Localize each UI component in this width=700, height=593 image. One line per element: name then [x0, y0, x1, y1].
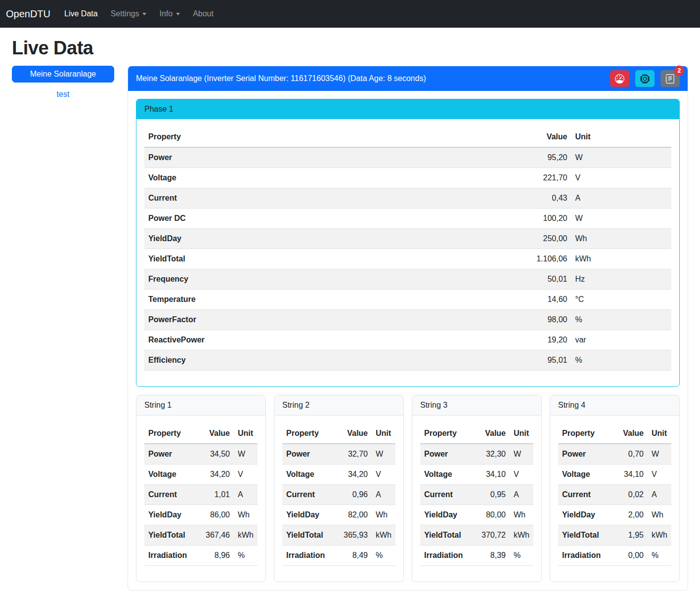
nav-live-data[interactable]: Live Data: [60, 5, 102, 22]
value-cell: 50,01: [492, 269, 571, 290]
property-cell: YieldDay: [282, 505, 338, 525]
value-cell: 250,00: [492, 229, 571, 249]
property-cell: Power: [144, 147, 492, 168]
value-cell: 32,30: [476, 444, 510, 465]
nav-info-label: Info: [159, 9, 173, 18]
unit-cell: V: [372, 465, 395, 485]
value-cell: 8,39: [476, 546, 510, 566]
string-card-title: String 4: [550, 395, 679, 416]
inverter-select-test[interactable]: test: [12, 90, 114, 99]
unit-cell: W: [571, 209, 671, 229]
table-row: YieldTotal365,93kWh: [282, 525, 395, 546]
column-header-unit: Unit: [372, 424, 395, 444]
column-header-unit: Unit: [648, 424, 671, 444]
unit-cell: kWh: [510, 525, 533, 546]
unit-cell: A: [510, 485, 533, 505]
unit-cell: W: [648, 444, 671, 465]
value-cell: 95,20: [492, 147, 571, 168]
unit-cell: W: [234, 444, 258, 465]
property-cell: Power: [282, 444, 338, 465]
inverter-info-button[interactable]: [635, 70, 655, 87]
value-cell: 1,95: [613, 525, 648, 546]
unit-cell: °C: [571, 290, 671, 310]
unit-cell: Wh: [234, 505, 258, 525]
property-cell: Current: [558, 485, 613, 505]
table-row: Power95,20W: [144, 147, 671, 168]
table-row: Irradiation8,49%: [282, 546, 395, 566]
property-cell: Power DC: [144, 209, 492, 229]
property-cell: Voltage: [144, 465, 200, 485]
table-row: Current1,01A: [144, 485, 258, 505]
inverter-header-text: Meine Solaranlage (Inverter Serial Numbe…: [136, 74, 426, 83]
property-cell: Irradiation: [144, 546, 200, 566]
phase-card-title: Phase 1: [136, 99, 679, 119]
column-header-value: Value: [200, 424, 234, 444]
inverter-card: Meine Solaranlage (Inverter Serial Numbe…: [128, 66, 688, 591]
value-cell: 0,02: [613, 485, 648, 505]
column-header-value: Value: [476, 424, 510, 444]
nav-info[interactable]: Info: [155, 5, 184, 22]
table-row: Current0,96A: [282, 485, 395, 505]
table-row: Voltage34,20V: [282, 465, 395, 485]
table-row: Voltage34,20V: [144, 465, 258, 485]
property-cell: Voltage: [420, 465, 476, 485]
property-cell: YieldTotal: [420, 525, 476, 546]
value-cell: 0,00: [613, 546, 648, 566]
property-cell: YieldDay: [144, 505, 200, 525]
string-card-3: String 3 Property Value Unit: [412, 395, 542, 582]
column-header-unit: Unit: [571, 127, 671, 147]
string-card-1: String 1 Property Value Unit: [136, 395, 266, 582]
unit-cell: A: [648, 485, 671, 505]
column-header-property: Property: [144, 127, 492, 147]
value-cell: 1,01: [200, 485, 234, 505]
unit-cell: V: [234, 465, 258, 485]
unit-cell: V: [648, 465, 671, 485]
table-row: Power32,30W: [420, 444, 533, 465]
value-cell: 0,70: [613, 444, 648, 465]
unit-cell: W: [510, 444, 533, 465]
column-header-value: Value: [338, 424, 372, 444]
inverter-select-meine-solaranlage[interactable]: Meine Solaranlage: [12, 66, 114, 83]
property-cell: Power: [558, 444, 613, 465]
value-cell: 82,00: [338, 505, 372, 525]
journal-text-icon: [665, 74, 675, 84]
table-row: Temperature14,60°C: [144, 290, 671, 310]
value-cell: 2,00: [613, 505, 648, 525]
inverter-card-header: Meine Solaranlage (Inverter Serial Numbe…: [128, 66, 688, 91]
unit-cell: kWh: [372, 525, 395, 546]
column-header-unit: Unit: [234, 424, 258, 444]
table-row: Voltage34,10V: [558, 465, 671, 485]
unit-cell: %: [234, 546, 258, 566]
unit-cell: kWh: [648, 525, 671, 546]
unit-cell: Wh: [510, 505, 533, 525]
limit-settings-button[interactable]: [610, 70, 629, 87]
property-cell: YieldTotal: [144, 525, 200, 546]
unit-cell: kWh: [234, 525, 258, 546]
nav-settings[interactable]: Settings: [107, 5, 151, 22]
property-cell: Irradiation: [558, 546, 613, 566]
property-cell: Current: [144, 188, 492, 209]
column-header-property: Property: [420, 424, 476, 444]
table-row: Current0,95A: [420, 485, 533, 505]
unit-cell: W: [571, 147, 671, 168]
property-cell: YieldTotal: [144, 249, 492, 269]
column-header-value: Value: [613, 424, 648, 444]
value-cell: 100,20: [492, 209, 571, 229]
unit-cell: A: [372, 485, 395, 505]
table-row: YieldTotal367,46kWh: [144, 525, 258, 546]
value-cell: 365,93: [338, 525, 372, 546]
table-row: PowerFactor98,00%: [144, 310, 671, 330]
event-log-button[interactable]: 2: [660, 70, 680, 87]
nav-about[interactable]: About: [189, 5, 218, 22]
property-cell: Current: [144, 485, 200, 505]
brand-opendtu[interactable]: OpenDTU: [6, 6, 50, 22]
column-header-property: Property: [558, 424, 613, 444]
value-cell: 34,50: [200, 444, 234, 465]
table-row: YieldTotal370,72kWh: [420, 525, 533, 546]
unit-cell: %: [648, 546, 671, 566]
unit-cell: V: [571, 168, 671, 188]
value-cell: 367,46: [200, 525, 234, 546]
property-cell: YieldDay: [144, 229, 492, 249]
table-row: YieldDay2,00Wh: [558, 505, 671, 525]
unit-cell: %: [372, 546, 395, 566]
